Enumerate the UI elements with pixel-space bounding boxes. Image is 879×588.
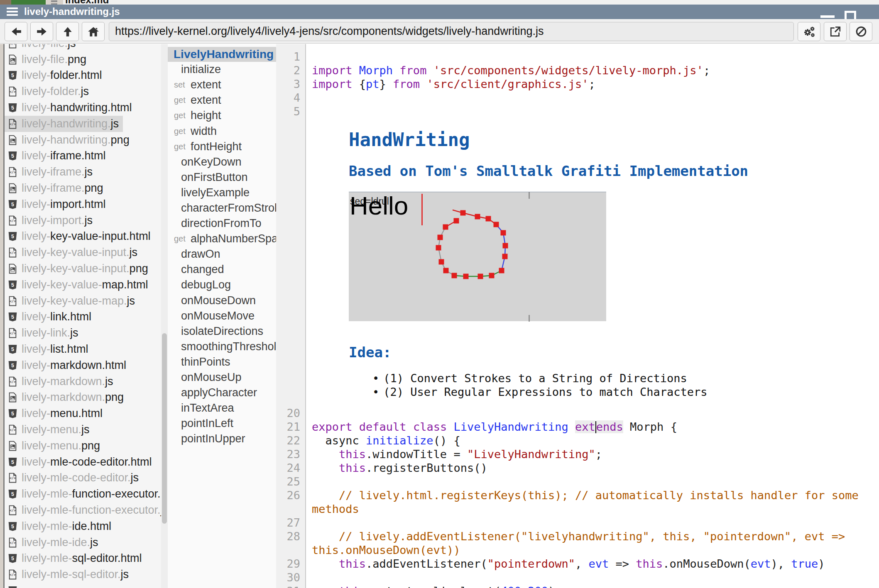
file-row[interactable]: 5lively-mle-code-editor.html: [5, 454, 156, 470]
outline-setter[interactable]: setextent: [168, 77, 276, 93]
js-file-icon: </>: [7, 44, 18, 49]
file-row[interactable]: </>lively-mle-function-executor.js: [5, 502, 161, 518]
outline-method[interactable]: livelyExample: [168, 185, 276, 200]
outline-method[interactable]: characterFromStrokes: [168, 200, 276, 216]
outline-method[interactable]: pointInLeft: [168, 416, 276, 431]
outline-method[interactable]: drawOn: [168, 246, 276, 262]
outline-getter[interactable]: getheight: [168, 108, 276, 123]
file-row[interactable]: </>lively-import.js: [5, 212, 97, 229]
file-row[interactable]: 5lively-key-value-input.html: [5, 229, 155, 245]
file-row[interactable]: 5lively-iframe.html: [5, 148, 110, 164]
file-row[interactable]: lively-menu.png: [5, 438, 104, 454]
file-row[interactable]: </>lively-iframe.js: [5, 164, 97, 180]
code-line[interactable]: export default class LivelyHandwriting e…: [305, 420, 879, 434]
markdown-block[interactable]: Based on Tom's Smalltalk Grafiti Impleme…: [305, 151, 879, 180]
outline-method[interactable]: onMouseDown: [168, 293, 276, 308]
code-line[interactable]: import Morph from 'src/components/widget…: [305, 63, 879, 77]
file-row[interactable]: </>lively-mle-sql-editor.js: [5, 566, 133, 583]
file-row[interactable]: lively-key-value-input.png: [5, 261, 152, 277]
scrollbar-thumb[interactable]: [162, 333, 167, 524]
file-row[interactable]: 5lively-mle-sql-editor.html: [5, 551, 146, 567]
code-line[interactable]: this.windowTitle = "LivelyHandwriting";: [305, 447, 879, 461]
file-row[interactable]: </>lively-mle-code-editor.js: [5, 470, 143, 486]
file-row[interactable]: 5lively-import.html: [5, 196, 110, 212]
outline-getter[interactable]: getextent: [168, 93, 276, 108]
file-name-suffix: js: [90, 536, 98, 549]
file-row[interactable]: </>lively-markdown.js: [5, 373, 118, 390]
file-row[interactable]: 5lively-list.html: [5, 341, 93, 357]
code-line[interactable]: [305, 91, 879, 105]
code-line[interactable]: [305, 516, 879, 529]
outline-method[interactable]: onFirstButton: [168, 170, 276, 185]
open-external-button[interactable]: [824, 22, 847, 41]
file-row[interactable]: lively-markdown.png: [5, 390, 128, 406]
outline-getter[interactable]: getalphaNumberSpaceRa: [168, 231, 276, 246]
outline-getter[interactable]: getfontHeight: [168, 139, 276, 154]
outline-method[interactable]: pointInUpper: [168, 431, 276, 446]
file-row[interactable]: 5lively-link.html: [5, 309, 95, 325]
url-input[interactable]: https://lively-kernel.org/lively4/lively…: [109, 22, 794, 41]
code-line[interactable]: this.extent = lively.pt(400,200): [305, 584, 879, 588]
home-button[interactable]: [82, 22, 105, 41]
file-row[interactable]: lively-file.png: [5, 51, 91, 68]
markdown-block[interactable]: •(1) Convert Strokes to a String of Dire…: [305, 361, 879, 399]
code-line[interactable]: [305, 406, 879, 420]
file-row[interactable]: 5lively-key-value-map.html: [5, 277, 152, 293]
code-line[interactable]: this.addEventListener("pointerdown", evt…: [305, 557, 879, 571]
svg-text:</>: </>: [10, 573, 16, 577]
markdown-block[interactable]: HandWriting: [305, 118, 879, 151]
code-line[interactable]: async initialize() {: [305, 434, 879, 447]
outline-method[interactable]: initialize: [168, 62, 276, 77]
file-row[interactable]: </>lively-mle-ide.js: [5, 534, 103, 551]
outline-method[interactable]: directionFromTo: [168, 216, 276, 231]
code-line[interactable]: import {pt} from 'src/client/graphics.js…: [305, 77, 879, 91]
outline-method[interactable]: changed: [168, 262, 276, 277]
file-row[interactable]: 5lively-mle-ide.html: [5, 518, 115, 534]
file-row[interactable]: lively-handwriting.png: [5, 132, 134, 148]
outline-method[interactable]: isolateDirections: [168, 324, 276, 339]
outline-method[interactable]: thinPoints: [168, 354, 276, 370]
markdown-block[interactable]: Idea:: [305, 321, 879, 361]
file-row[interactable]: 5lively-menu.html: [5, 405, 107, 422]
file-list-scrollbar[interactable]: [161, 44, 168, 588]
hamburger-menu-icon[interactable]: [7, 7, 18, 16]
file-row[interactable]: 5lively-markdown.html: [5, 357, 130, 373]
outline-method[interactable]: smoothingThresholdSqua: [168, 339, 276, 354]
outline-method[interactable]: onMouseMove: [168, 308, 276, 324]
code-editor[interactable]: 1 2import Morph from 'src/components/wid…: [276, 44, 879, 588]
file-row[interactable]: </>lively-key-value-map.js: [5, 293, 139, 309]
file-row[interactable]: </>lively-key-value-input.js: [5, 244, 142, 261]
minimize-button[interactable]: [820, 15, 835, 18]
file-row[interactable]: 5lively-mle-function-executor.html: [5, 486, 161, 502]
settings-button[interactable]: [798, 22, 820, 41]
outline-method[interactable]: debugLog: [168, 277, 276, 293]
file-row[interactable]: 5lively-handwriting.html: [5, 100, 136, 116]
back-button[interactable]: [5, 22, 27, 41]
code-line[interactable]: // lively.html.registerKeys(this); // au…: [305, 488, 879, 516]
code-line[interactable]: [305, 50, 879, 63]
up-button[interactable]: [56, 22, 79, 41]
outline-method[interactable]: onKeyDown: [168, 154, 276, 170]
code-line[interactable]: [305, 105, 879, 118]
html-file-icon: 5: [7, 312, 18, 322]
code-line[interactable]: this.registerButtons(): [305, 461, 879, 475]
file-row[interactable]: </>lively-file.js: [5, 44, 80, 51]
file-row-selected[interactable]: </>lively-handwriting.js: [5, 116, 123, 132]
file-row[interactable]: 5lively-folder.html: [5, 68, 106, 84]
outline-getter[interactable]: getwidth: [168, 123, 276, 139]
markdown-image-block[interactable]: seq=ldrulHello: [305, 180, 879, 321]
code-line[interactable]: // lively.addEventListener("livelyhandwr…: [305, 529, 879, 557]
code-line[interactable]: [305, 571, 879, 584]
file-row[interactable]: 5: [5, 583, 26, 588]
outline-class-selected[interactable]: LivelyHandwriting: [168, 46, 276, 62]
forward-button[interactable]: [30, 22, 53, 41]
file-row[interactable]: </>lively-link.js: [5, 325, 83, 341]
file-row[interactable]: lively-iframe.png: [5, 180, 108, 196]
outline-method[interactable]: inTextArea: [168, 400, 276, 416]
outline-method[interactable]: onMouseUp: [168, 370, 276, 385]
file-row[interactable]: </>lively-menu.js: [5, 422, 94, 438]
block-button[interactable]: [850, 22, 872, 41]
file-row[interactable]: </>lively-folder.js: [5, 83, 93, 100]
code-line[interactable]: [305, 475, 879, 488]
outline-method[interactable]: applyCharacter: [168, 385, 276, 400]
